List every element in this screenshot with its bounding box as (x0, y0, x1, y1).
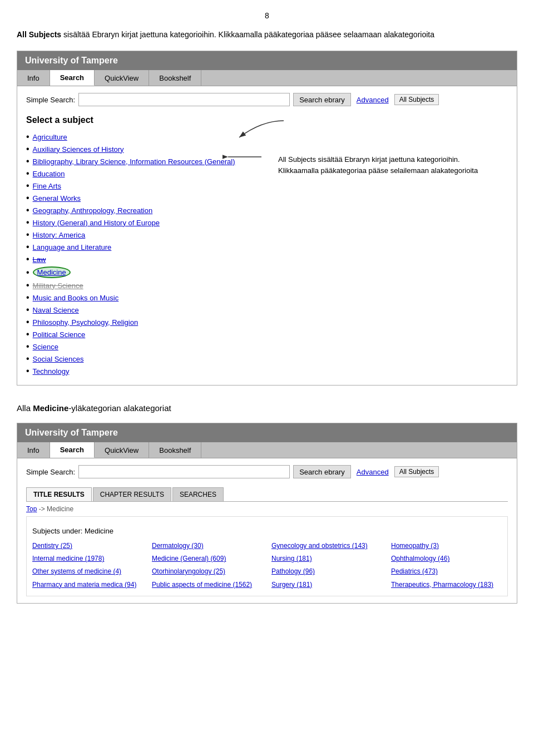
tab-title-results[interactable]: TITLE RESULTS (26, 487, 92, 501)
section2-text: Alla Medicine-yläkategorian alakategoria… (17, 402, 517, 414)
browser-window-1: University of Tampere Info Search QuickV… (17, 51, 517, 386)
advanced-link-1[interactable]: Advanced (357, 96, 389, 104)
subject-link[interactable]: Language and Literature (33, 243, 112, 251)
medicine-subject-item[interactable]: Ophthalmology (46) (391, 554, 502, 564)
list-item: Agriculture (26, 132, 261, 142)
callout-box-1: All Subjects sisältää Ebraryn kirjat jae… (273, 149, 508, 181)
tab-searches[interactable]: SEARCHES (172, 487, 224, 501)
all-subjects-button-2[interactable]: All Subjects (394, 466, 439, 477)
subject-link[interactable]: Fine Arts (33, 182, 61, 190)
subject-link[interactable]: Law (33, 255, 46, 264)
page-number: 8 (17, 11, 517, 20)
browser-content-1: Simple Search: Search ebrary Advanced Al… (17, 86, 517, 385)
subjects-callout-area: Agriculture Auxiliary Sciences of Histor… (26, 132, 508, 378)
tab-search-1[interactable]: Search (50, 70, 95, 86)
subject-link[interactable]: Technology (33, 367, 70, 375)
medicine-subject-item[interactable]: Pathology (96) (271, 566, 382, 577)
subject-link[interactable]: Geography, Anthropology, Recreation (33, 206, 153, 215)
all-subjects-button-1[interactable]: All Subjects (394, 94, 439, 105)
medicine-subject-item[interactable]: Dentistry (25) (32, 541, 143, 551)
callout-text-1: All Subjects sisältää Ebraryn kirjat jae… (278, 155, 478, 175)
tab-quickview-2[interactable]: QuickView (95, 442, 149, 458)
medicine-subject-item[interactable]: Surgery (181) (271, 580, 382, 590)
list-item: History: America (26, 230, 261, 240)
tab-info-2[interactable]: Info (17, 442, 50, 458)
browser-titlebar-2: University of Tampere (17, 423, 517, 442)
subject-link[interactable]: General Works (33, 194, 81, 202)
list-item: Geography, Anthropology, Recreation (26, 205, 261, 215)
list-item: Naval Science (26, 305, 261, 315)
medicine-subject-item[interactable]: Homeopathy (3) (391, 541, 502, 551)
list-item: Law (26, 254, 261, 264)
browser-title-2: University of Tampere (25, 428, 118, 437)
tab-search-2[interactable]: Search (50, 442, 95, 458)
breadcrumb: Top -> Medicine (26, 505, 508, 513)
medicine-link[interactable]: Medicine (37, 268, 66, 276)
subject-link[interactable]: Education (33, 170, 65, 178)
list-item: Technology (26, 366, 261, 376)
medicine-circle: Medicine (33, 266, 71, 278)
arrow-svg-1 (228, 115, 295, 149)
arrow-svg-2 (222, 149, 267, 165)
medicine-subject-item[interactable]: Pediatrics (473) (391, 566, 502, 577)
list-item: History (General) and History of Europe (26, 218, 261, 228)
subject-link[interactable]: Naval Science (33, 306, 79, 314)
subjects-under-label: Subjects under: Medicine (32, 527, 502, 535)
medicine-subject-item[interactable]: Therapeutics, Pharmacology (183) (391, 580, 502, 590)
medicine-subject-item[interactable]: Internal medicine (1978) (32, 554, 143, 564)
browser-title-1: University of Tampere (25, 56, 118, 65)
medicine-subject-item[interactable]: Medicine (General) (609) (152, 554, 263, 564)
list-item: Social Sciences (26, 354, 261, 364)
subject-link[interactable]: Military Science (33, 281, 83, 290)
list-item: Political Science (26, 329, 261, 339)
list-item: Science (26, 342, 261, 352)
result-tabs-row: TITLE RESULTS CHAPTER RESULTS SEARCHES (26, 487, 508, 502)
subject-link[interactable]: Bibliography, Library Science, Informati… (33, 157, 235, 166)
list-item: Military Science (26, 280, 261, 290)
advanced-link-2[interactable]: Advanced (357, 468, 389, 476)
search-bar-2: Simple Search: Search ebrary Advanced Al… (26, 465, 508, 478)
subject-link[interactable]: Agriculture (33, 133, 67, 141)
tab-bookshelf-2[interactable]: Bookshelf (149, 442, 201, 458)
list-item: Music and Books on Music (26, 293, 261, 303)
medicine-subject-item[interactable]: Gynecology and obstetrics (143) (271, 541, 382, 551)
list-item-medicine: Medicine (26, 266, 261, 278)
search-bar-1: Simple Search: Search ebrary Advanced Al… (26, 93, 508, 106)
medicine-subject-item[interactable]: Pharmacy and materia medica (94) (32, 580, 143, 590)
subject-link[interactable]: Philosophy, Psychology, Religion (33, 318, 139, 327)
intro-paragraph: Select a subjectAll Subjects sisältää Eb… (17, 29, 517, 41)
search-button-2[interactable]: Search ebrary (293, 465, 351, 478)
list-item: General Works (26, 193, 261, 203)
medicine-subject-item[interactable]: Public aspects of medicine (1562) (152, 580, 263, 590)
list-item: Philosophy, Psychology, Religion (26, 317, 261, 327)
browser-nav-1: Info Search QuickView Bookshelf (17, 70, 517, 86)
subject-link[interactable]: History: America (33, 231, 86, 239)
browser-window-2: University of Tampere Info Search QuickV… (17, 423, 517, 604)
subject-link[interactable]: Political Science (33, 330, 86, 339)
subject-link[interactable]: History (General) and History of Europe (33, 219, 160, 227)
search-input-2[interactable] (78, 465, 290, 478)
search-label-1: Simple Search: (26, 96, 75, 104)
subject-link[interactable]: Social Sciences (33, 355, 84, 363)
list-item: Education (26, 169, 261, 179)
search-input-1[interactable] (78, 93, 290, 106)
subject-link[interactable]: Auxiliary Sciences of History (33, 145, 124, 154)
medicine-subject-item[interactable]: Nursing (181) (271, 554, 382, 564)
browser-content-2: Simple Search: Search ebrary Advanced Al… (17, 458, 517, 603)
search-label-2: Simple Search: (26, 468, 75, 476)
list-item: Language and Literature (26, 242, 261, 252)
medicine-subject-item[interactable]: Other systems of medicine (4) (32, 566, 143, 577)
subject-link[interactable]: Music and Books on Music (33, 294, 119, 302)
tab-info-1[interactable]: Info (17, 70, 50, 86)
medicine-subjects-grid: Dentistry (25) Dermatology (30) Gynecolo… (32, 541, 502, 590)
medicine-subject-item[interactable]: Otorhinolaryngology (25) (152, 566, 263, 577)
tab-quickview-1[interactable]: QuickView (95, 70, 149, 86)
breadcrumb-top-link[interactable]: Top (26, 505, 37, 513)
subjects-list-1: Agriculture Auxiliary Sciences of Histor… (26, 132, 261, 378)
medicine-subjects-container: Subjects under: Medicine Dentistry (25) … (26, 516, 508, 596)
tab-chapter-results[interactable]: CHAPTER RESULTS (93, 487, 171, 501)
subject-link[interactable]: Science (33, 343, 58, 351)
tab-bookshelf-1[interactable]: Bookshelf (149, 70, 201, 86)
medicine-subject-item[interactable]: Dermatology (30) (152, 541, 263, 551)
search-button-1[interactable]: Search ebrary (293, 93, 351, 106)
